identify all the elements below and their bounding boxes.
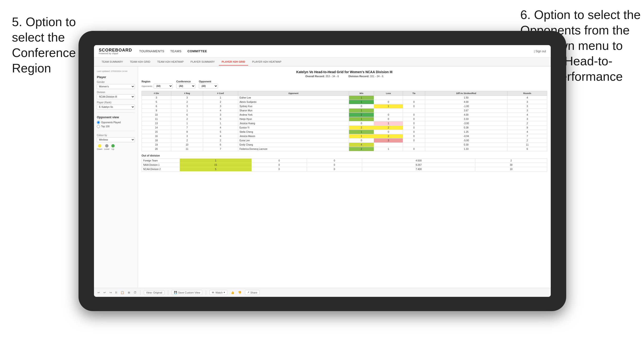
cell-diff: -1.00: [425, 104, 508, 109]
colour-label-up: Up: [112, 148, 114, 150]
cell-div: 3: [142, 96, 171, 100]
cell-loss: 0: [374, 100, 403, 104]
cell-conf: 4: [203, 134, 238, 139]
cell-diff: -3.00: [425, 121, 508, 126]
table-row: 5 2 2 Alexis Sudijanto 1 0 0 4.00 3: [142, 100, 547, 104]
share-btn[interactable]: ↗ Share: [245, 290, 259, 295]
subnav-player-h2h-grid[interactable]: PLAYER H2H GRID: [219, 58, 248, 66]
ood-cell-tie: 0: [307, 167, 362, 172]
cell-conf: 4: [203, 109, 238, 113]
cell-loss: 1: [374, 147, 403, 151]
save-custom-view-btn[interactable]: 💾 Save Custom View: [172, 290, 202, 295]
subnav-team-h2h-grid[interactable]: TEAM H2H GRID: [127, 58, 153, 65]
cell-win: 2: [349, 147, 374, 151]
sidebar-radio-opponents-played[interactable]: Opponents Played: [97, 121, 135, 124]
sidebar-colour-by-select[interactable]: Win/loss: [97, 137, 135, 142]
nav-sign-out[interactable]: | Sign out: [534, 50, 546, 53]
subnav-team-h2h-heatmap[interactable]: TEAM H2H HEATMAP: [154, 58, 186, 65]
cell-win: 0: [349, 139, 374, 143]
table-row: 10 6 3 Andrea York 2 0 0 4.00 4: [142, 113, 547, 117]
colour-down: Down: [97, 144, 102, 150]
cell-loss: [374, 109, 403, 113]
paste-icon[interactable]: 📋: [120, 291, 124, 294]
sidebar-colour-by-label: Colour by: [97, 134, 135, 137]
filter-conference-select[interactable]: (All): [176, 84, 195, 89]
filter-region-select[interactable]: (All): [154, 84, 173, 89]
cell-conf: 1: [203, 96, 238, 100]
filter-conference-title: Conference: [176, 80, 195, 83]
sidebar-opponent-view-options: Opponents Played Top 100: [97, 121, 135, 128]
division-record: Division Record: 331 - 34 - 6: [348, 75, 384, 78]
cell-reg: 3: [171, 96, 203, 100]
paste2-icon[interactable]: ⊕: [128, 291, 130, 294]
sidebar-opponent-view-title: Opponent view: [97, 115, 135, 119]
logo-sub: Powered by clippd: [99, 52, 132, 55]
undo-icon[interactable]: ↩: [98, 291, 100, 294]
cell-conf: 7: [203, 147, 238, 151]
table-row: 18 2 2 Euna Lee 0 3 0 -5.00 2: [142, 139, 547, 143]
main-data-table: # Div # Reg # Conf Opponent Win Loss Tie…: [142, 91, 547, 151]
cell-loss: 0: [374, 130, 403, 134]
redo-icon[interactable]: ↪: [110, 291, 112, 294]
cell-rounds: 11: [508, 143, 547, 147]
ood-cell-diff: 9.267: [362, 163, 475, 167]
cell-conf: 2: [203, 139, 238, 143]
subnav-player-summary[interactable]: PLAYER SUMMARY: [188, 58, 218, 65]
cell-loss: [374, 143, 403, 147]
cell-div: 16: [142, 134, 171, 139]
cell-conf: 1: [203, 121, 238, 126]
cell-div: 14: [142, 126, 171, 130]
ood-cell-win: 5: [180, 167, 252, 172]
ood-cell-loss: 0: [252, 167, 307, 172]
clock-icon[interactable]: ⏱: [134, 291, 136, 294]
ood-cell-win: 15: [180, 163, 252, 167]
sidebar-player-rank-select[interactable]: 8. Katelyn Vo: [97, 105, 135, 110]
tablet-frame: SCOREBOARD Powered by clippd TOURNAMENTS…: [78, 31, 566, 311]
table-row: 19 10 6 Emily Chang 4 0.30 11: [142, 143, 547, 147]
cell-diff: 4.00: [425, 100, 508, 104]
subnav-team-summary[interactable]: TEAM SUMMARY: [99, 58, 126, 65]
sidebar-division-select[interactable]: NCAA Division III: [97, 94, 135, 99]
cell-rounds: 7: [508, 134, 547, 139]
nav-committee[interactable]: COMMITTEE: [188, 48, 207, 54]
cell-div: 18: [142, 139, 171, 143]
nav-tournaments[interactable]: TOURNAMENTS: [139, 48, 164, 54]
watch-btn[interactable]: 👁 Watch ▾: [210, 290, 227, 295]
cell-conf: 5: [203, 130, 238, 134]
view-original-btn[interactable]: View: Original: [144, 290, 164, 295]
sidebar-gender-select[interactable]: Women's: [97, 84, 135, 89]
cell-reg: 2: [171, 139, 203, 143]
cell-div: 9: [142, 109, 171, 113]
watch-label: Watch: [215, 291, 223, 294]
cell-tie: [403, 109, 425, 113]
cell-rounds: 3: [508, 109, 547, 113]
cell-rounds: 2: [508, 121, 547, 126]
cell-tie: 0: [403, 121, 425, 126]
cell-diff: 0.30: [425, 143, 508, 147]
filter-opponent-select[interactable]: (All): [199, 84, 218, 89]
cell-loss: 3: [374, 139, 403, 143]
filter-opponent-title: Opponent: [199, 80, 218, 83]
cell-win: 1: [349, 109, 374, 113]
table-row: 9 1 4 Sharon Mun 1 3.67 3: [142, 109, 547, 113]
content-area: Katelyn Vo Head-to-Head Grid for Women's…: [138, 66, 551, 288]
sidebar-update: Last Updated: 27/03/2024 14:44: [97, 70, 135, 72]
cell-loss: 2: [374, 126, 403, 130]
cell-tie: 0: [403, 134, 425, 139]
out-of-division-table: Foreign Team 1 0 0 4.500 2 NAIA Division…: [142, 158, 547, 172]
thumb-up-icon[interactable]: 👍: [231, 291, 234, 294]
undo2-icon[interactable]: ↩: [104, 291, 106, 294]
nav-teams[interactable]: TEAMS: [170, 48, 182, 54]
cell-conf: 6: [203, 143, 238, 147]
table-row: 16 3 4 Jessica Mason 1 2 0 -0.94 7: [142, 134, 547, 139]
cell-win: 1: [349, 100, 374, 104]
copy-icon[interactable]: ⎘: [116, 291, 117, 294]
cell-div: 13: [142, 121, 171, 126]
cell-diff: 3.33: [425, 117, 508, 121]
sidebar-radio-top100[interactable]: Top 100: [97, 125, 135, 128]
thumb-down-icon[interactable]: 👎: [238, 291, 242, 294]
cell-tie: 0: [403, 130, 425, 134]
cell-opponent: Eunice Yi: [238, 126, 349, 130]
ood-cell-loss: 0: [252, 163, 307, 167]
subnav-player-h2h-heatmap[interactable]: PLAYER H2H HEATMAP: [249, 58, 284, 65]
